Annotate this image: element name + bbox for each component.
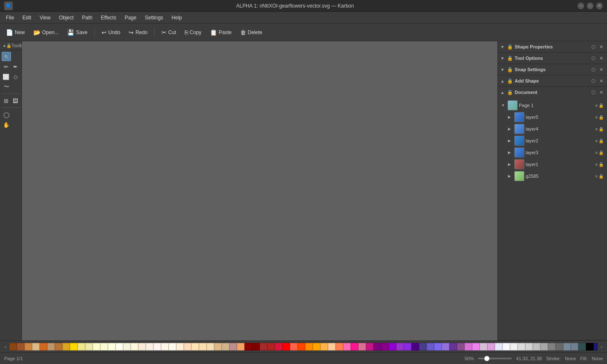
color-swatch-31[interactable] <box>244 343 252 351</box>
menu-edit[interactable]: Edit <box>18 13 35 22</box>
color-swatch-7[interactable] <box>62 343 70 351</box>
color-swatch-10[interactable] <box>85 343 93 351</box>
color-swatch-16[interactable] <box>131 343 138 351</box>
shape-properties-detach-icon[interactable]: ⬡ <box>590 43 597 50</box>
palette-scroll-right[interactable]: › <box>598 343 605 351</box>
color-swatch-42[interactable] <box>328 343 336 351</box>
color-swatch-68[interactable] <box>525 343 533 351</box>
canvas-area[interactable] <box>22 41 497 340</box>
palette-scroll-left[interactable]: ‹ <box>2 343 9 351</box>
cut-button[interactable]: ✂ Cut <box>158 27 180 37</box>
color-swatch-14[interactable] <box>115 343 123 351</box>
color-swatch-65[interactable] <box>502 343 510 351</box>
open-button[interactable]: 📂 Open... <box>30 27 62 37</box>
menu-settings[interactable]: Settings <box>141 13 167 22</box>
new-button[interactable]: 📄 New <box>3 27 28 37</box>
color-swatch-22[interactable] <box>176 343 184 351</box>
color-swatch-73[interactable] <box>563 343 571 351</box>
color-swatch-23[interactable] <box>184 343 191 351</box>
color-swatch-74[interactable] <box>571 343 578 351</box>
color-swatch-66[interactable] <box>510 343 518 351</box>
shape-properties-header[interactable]: ▼ 🔒 Shape Properties ⬡ ✕ <box>498 41 607 52</box>
color-swatch-9[interactable] <box>78 343 85 351</box>
color-swatch-44[interactable] <box>343 343 351 351</box>
save-button[interactable]: 💾 Save <box>64 27 91 37</box>
color-swatch-24[interactable] <box>191 343 199 351</box>
snap-settings-close-icon[interactable]: ✕ <box>598 66 604 73</box>
snap-settings-header[interactable]: ▼ 🔒 Snap Settings ⬡ ✕ <box>498 64 607 75</box>
close-button[interactable]: ✕ <box>596 3 603 9</box>
color-swatch-36[interactable] <box>282 343 290 351</box>
doc-item-layer3[interactable]: ▶ layer3 ≡ 🔒 <box>506 147 605 158</box>
color-swatch-71[interactable] <box>548 343 556 351</box>
color-swatch-37[interactable] <box>290 343 298 351</box>
color-swatch-12[interactable] <box>100 343 108 351</box>
color-swatch-75[interactable] <box>578 343 586 351</box>
document-header[interactable]: ▲ 🔒 Document ⬡ ✕ <box>498 87 607 98</box>
color-swatch-45[interactable] <box>351 343 358 351</box>
undo-button[interactable]: ↩ Undo <box>98 27 124 37</box>
color-swatch-18[interactable] <box>146 343 153 351</box>
color-swatch-46[interactable] <box>358 343 366 351</box>
color-swatch-27[interactable] <box>214 343 222 351</box>
color-swatch-39[interactable] <box>305 343 313 351</box>
pencil-tool[interactable]: ✏ <box>2 62 11 71</box>
color-swatch-15[interactable] <box>123 343 131 351</box>
color-swatch-41[interactable] <box>320 343 328 351</box>
doc-item-g2585[interactable]: ▶ g2585 ≡ 🔒 <box>506 170 605 182</box>
color-swatch-26[interactable] <box>207 343 214 351</box>
color-swatch-56[interactable] <box>434 343 442 351</box>
color-swatch-49[interactable] <box>381 343 389 351</box>
color-swatch-67[interactable] <box>518 343 525 351</box>
color-swatch-76[interactable] <box>586 343 594 351</box>
color-swatch-69[interactable] <box>533 343 540 351</box>
color-swatch-77[interactable] <box>594 343 598 351</box>
color-swatch-11[interactable] <box>93 343 100 351</box>
grid-tool[interactable]: ⊞ <box>2 96 11 105</box>
color-swatch-4[interactable] <box>40 343 47 351</box>
color-swatch-48[interactable] <box>373 343 381 351</box>
menu-file[interactable]: File <box>2 13 18 22</box>
color-swatch-1[interactable] <box>17 343 24 351</box>
doc-item-layer4[interactable]: ▶ layer4 ≡ 🔒 <box>506 123 605 135</box>
add-shape-header[interactable]: ▲ 🔒 Add Shape ⬡ ✕ <box>498 75 607 86</box>
color-swatch-29[interactable] <box>229 343 237 351</box>
select-tool[interactable]: ↖ <box>2 52 11 61</box>
color-swatch-13[interactable] <box>108 343 115 351</box>
paste-button[interactable]: 📋 Paste <box>207 27 235 37</box>
add-shape-detach-icon[interactable]: ⬡ <box>590 78 597 84</box>
color-swatch-40[interactable] <box>313 343 320 351</box>
color-swatch-58[interactable] <box>449 343 457 351</box>
color-swatch-2[interactable] <box>24 343 32 351</box>
color-swatch-54[interactable] <box>419 343 427 351</box>
color-swatch-62[interactable] <box>480 343 487 351</box>
color-swatch-5[interactable] <box>47 343 55 351</box>
document-close-icon[interactable]: ✕ <box>598 89 604 96</box>
tool-options-header[interactable]: ▼ 🔒 Tool Options ⬡ ✕ <box>498 53 607 64</box>
document-detach-icon[interactable]: ⬡ <box>590 89 597 96</box>
color-swatch-0[interactable] <box>9 343 17 351</box>
color-swatch-34[interactable] <box>267 343 275 351</box>
calligraphy-tool[interactable]: ✒ <box>11 62 20 71</box>
copy-button[interactable]: ⎘ Copy <box>181 27 205 37</box>
color-swatch-17[interactable] <box>138 343 146 351</box>
color-swatch-61[interactable] <box>472 343 480 351</box>
minimize-button[interactable]: ─ <box>577 3 584 9</box>
color-swatch-57[interactable] <box>442 343 449 351</box>
color-swatch-30[interactable] <box>237 343 244 351</box>
color-swatch-19[interactable] <box>153 343 161 351</box>
delete-button[interactable]: 🗑 Delete <box>237 27 266 37</box>
pan-tool[interactable]: ✋ <box>2 120 11 129</box>
color-swatch-32[interactable] <box>252 343 260 351</box>
color-swatch-51[interactable] <box>396 343 404 351</box>
color-swatch-21[interactable] <box>169 343 176 351</box>
color-swatch-25[interactable] <box>199 343 207 351</box>
zoom-slider[interactable] <box>478 358 512 359</box>
doc-item-layer1[interactable]: ▶ layer1 ≡ 🔒 <box>506 158 605 170</box>
color-swatch-70[interactable] <box>540 343 548 351</box>
color-swatch-63[interactable] <box>487 343 495 351</box>
color-swatch-60[interactable] <box>465 343 472 351</box>
menu-page[interactable]: Page <box>121 13 141 22</box>
color-swatch-38[interactable] <box>298 343 305 351</box>
image-tool[interactable]: 🖼 <box>11 96 20 105</box>
